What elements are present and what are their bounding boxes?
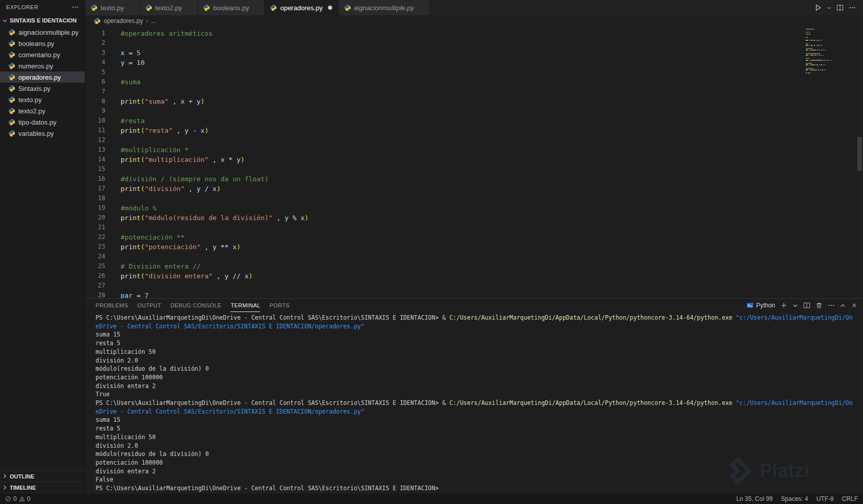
panel-tab-output[interactable]: OUTPUT xyxy=(137,299,161,312)
code-line[interactable]: 18 xyxy=(85,194,863,203)
code-line[interactable]: 19#módulo % xyxy=(85,203,863,213)
minimap-line xyxy=(806,64,855,65)
code-line[interactable]: 28par = 7 xyxy=(85,291,863,298)
breadcrumb-separator: › xyxy=(146,17,148,25)
code-line[interactable]: 3x = 5 xyxy=(85,48,863,58)
eol-status[interactable]: CRLF xyxy=(842,495,858,502)
vscode-window: EXPLORER SINTAXIS E IDENTACION aignacion… xyxy=(0,0,863,493)
code-line[interactable]: 6#suma xyxy=(85,77,863,87)
folder-section-header[interactable]: SINTAXIS E IDENTACION xyxy=(0,14,85,27)
terminal-line: eDrive - Central Control SAS/Escritorio/… xyxy=(96,407,863,416)
editor-more-actions-button[interactable] xyxy=(849,4,856,11)
code-line[interactable]: 10#resta xyxy=(85,116,863,126)
tab-close-spacer xyxy=(417,4,425,12)
code-line[interactable]: 22#potenciación ** xyxy=(85,232,863,242)
indentation-status[interactable]: Spaces: 4 xyxy=(781,495,808,502)
code-line[interactable]: 7 xyxy=(85,87,863,97)
code-line[interactable]: 4y = 10 xyxy=(85,58,863,67)
line-number: 2 xyxy=(85,38,121,48)
tab-booleans.py[interactable]: booleans.py xyxy=(198,0,265,15)
file-item-texto2.py[interactable]: texto2.py xyxy=(0,105,85,116)
code-line[interactable]: 8print("suma" , x + y) xyxy=(85,97,863,106)
panel-more-actions-button[interactable] xyxy=(828,302,835,309)
code-text: print("módulo(residuo de la división)" ,… xyxy=(121,213,863,223)
launch-profile-button[interactable]: Python xyxy=(747,302,775,309)
outline-section-header[interactable]: OUTLINE xyxy=(0,470,85,482)
kill-terminal-button[interactable] xyxy=(815,302,823,309)
line-number: 22 xyxy=(85,232,121,242)
panel-tab-terminal[interactable]: TERMINAL xyxy=(230,299,260,312)
breadcrumb-file[interactable]: operadores.py xyxy=(104,17,143,25)
terminal-profile-dropdown-icon[interactable] xyxy=(792,303,798,308)
code-line[interactable]: 5 xyxy=(85,67,863,77)
python-file-icon xyxy=(203,4,210,11)
file-item-texto.py[interactable]: texto.py xyxy=(0,94,85,105)
python-file-icon xyxy=(8,96,15,103)
code-line[interactable]: 13#multiplicación * xyxy=(85,145,863,155)
new-terminal-button[interactable] xyxy=(780,302,787,309)
tab-texto2.py[interactable]: texto2.py xyxy=(140,0,198,15)
modified-dot-icon[interactable] xyxy=(326,4,334,12)
file-item-booleans.py[interactable]: booleans.py xyxy=(0,38,85,49)
line-number: 17 xyxy=(85,184,121,194)
terminal-line: multiplicación 50 xyxy=(96,433,863,442)
file-item-Sintaxis.py[interactable]: Sintaxis.py xyxy=(0,83,85,94)
split-terminal-button[interactable] xyxy=(803,302,810,309)
file-item-numeros.py[interactable]: numeros.py xyxy=(0,60,85,71)
timeline-section-header[interactable]: TIMELINE xyxy=(0,482,85,493)
code-line[interactable]: 2 xyxy=(85,38,863,48)
code-line[interactable]: 26print("división entera" , y // x) xyxy=(85,271,863,281)
code-line[interactable]: 9 xyxy=(85,106,863,116)
file-item-tipo-datos.py[interactable]: tipo-datos.py xyxy=(0,116,85,128)
panel-header: PROBLEMSOUTPUTDEBUG CONSOLETERMINALPORTS… xyxy=(85,299,863,312)
code-text: #suma xyxy=(121,77,863,87)
panel-tab-problems[interactable]: PROBLEMS xyxy=(96,299,128,312)
code-line[interactable]: 14print("multiplicación" , x * y) xyxy=(85,155,863,164)
code-text: print("multiplicación" , x * y) xyxy=(121,155,863,164)
code-line[interactable]: 12 xyxy=(85,135,863,145)
code-text: print("suma" , x + y) xyxy=(121,97,863,106)
file-name: Sintaxis.py xyxy=(18,85,51,92)
file-item-aignacionmultiple.py[interactable]: aignacionmultiple.py xyxy=(0,27,85,38)
run-dropdown-icon[interactable] xyxy=(827,6,831,10)
breadcrumb-more[interactable]: ... xyxy=(151,17,156,25)
code-line[interactable]: 17print("división" , y / x) xyxy=(85,184,863,194)
code-line[interactable]: 24 xyxy=(85,252,863,261)
file-item-comentario.py[interactable]: comentario.py xyxy=(0,49,85,60)
tab-aignacionmultiple.py[interactable]: aignacionmultiple.py xyxy=(339,0,430,15)
line-number: 13 xyxy=(85,145,121,155)
split-editor-button[interactable] xyxy=(836,4,844,11)
file-name: comentario.py xyxy=(18,51,60,59)
close-panel-button[interactable] xyxy=(851,302,858,309)
code-line[interactable]: 1#operadores aritméticos xyxy=(85,29,863,38)
maximize-panel-button[interactable] xyxy=(840,303,846,308)
file-item-variables.py[interactable]: variables.py xyxy=(0,128,85,139)
code-line[interactable]: 11print("resta" , y - x) xyxy=(85,126,863,135)
terminal-output[interactable]: PS C:\Users\AuxiliarMarquetingDi\OneDriv… xyxy=(85,312,863,493)
code-line[interactable]: 15 xyxy=(85,164,863,174)
encoding-status[interactable]: UTF-8 xyxy=(817,495,834,502)
panel-tab-ports[interactable]: PORTS xyxy=(269,299,289,312)
cursor-position-status[interactable]: Ln 35, Col 99 xyxy=(736,495,773,502)
code-line[interactable]: 25# División entera // xyxy=(85,261,863,271)
explorer-more-button[interactable] xyxy=(72,4,79,11)
code-line[interactable]: 20print("módulo(residuo de la división)"… xyxy=(85,213,863,223)
run-button[interactable] xyxy=(814,4,822,11)
tab-texto.py[interactable]: texto.py xyxy=(85,0,140,15)
code-line[interactable]: 16#división / (siempre nos da un float) xyxy=(85,174,863,184)
editor-scrollbar-thumb[interactable] xyxy=(857,137,862,171)
line-number: 5 xyxy=(85,67,121,77)
code-editor[interactable]: 1#operadores aritméticos23x = 54y = 1056… xyxy=(85,27,863,298)
problems-status[interactable]: 0 0 xyxy=(5,495,30,502)
file-item-operadores.py[interactable]: operadores.py xyxy=(0,71,85,83)
terminal-line: potenciación 100000 xyxy=(96,373,863,382)
code-line[interactable]: 23print("potenciación" , y ** x) xyxy=(85,242,863,252)
minimap-line xyxy=(806,29,855,30)
code-area: 1#operadores aritméticos23x = 54y = 1056… xyxy=(85,27,863,298)
tab-operadores.py[interactable]: operadores.py xyxy=(265,0,338,15)
code-line[interactable]: 21 xyxy=(85,223,863,232)
code-line[interactable]: 27 xyxy=(85,281,863,291)
minimap[interactable] xyxy=(806,29,855,74)
line-number: 6 xyxy=(85,77,121,87)
panel-tab-debug-console[interactable]: DEBUG CONSOLE xyxy=(171,299,222,312)
